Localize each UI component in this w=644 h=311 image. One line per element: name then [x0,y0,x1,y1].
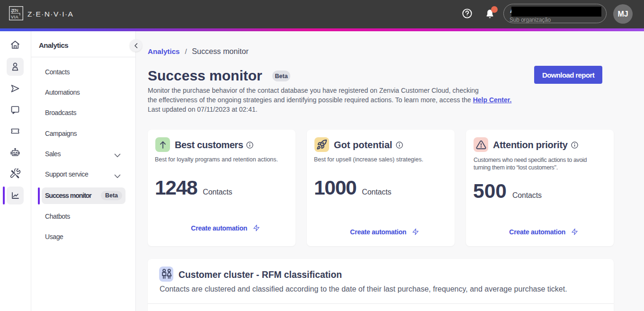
svg-text:VIA: VIA [11,15,18,19]
svg-text:ZEN: ZEN [11,8,18,13]
